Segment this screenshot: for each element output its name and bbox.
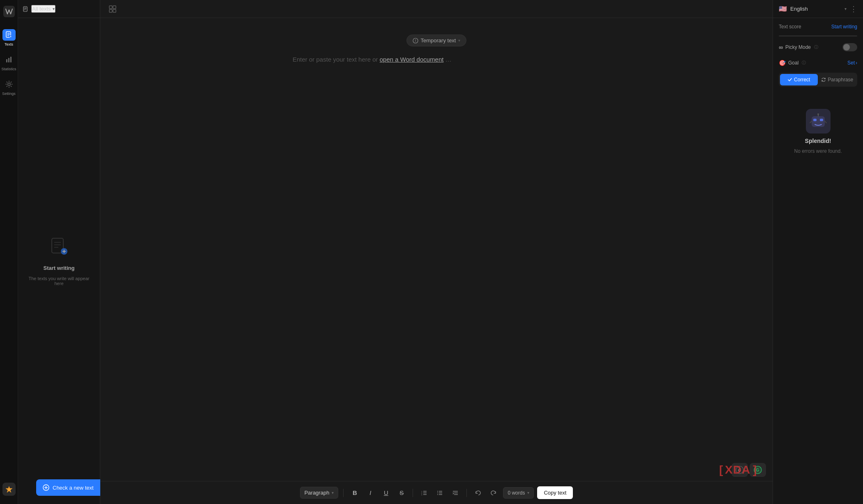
strikethrough-button[interactable]: S [395, 487, 408, 499]
mode-tabs: Correct Paraphrase [779, 73, 857, 87]
empty-title: Start writing [44, 265, 75, 271]
svg-rect-58 [820, 119, 823, 121]
right-panel-body: Text score Start writing ∞ Picky Mode ⓘ … [773, 18, 863, 92]
goal-label-group: 🎯 Goal ⓘ [779, 60, 806, 66]
editor-content[interactable]: Enter or paste your text here or open a … [293, 55, 580, 219]
sidebar-item-settings[interactable]: Settings [0, 75, 18, 99]
format-select[interactable]: Paragraph ▾ [300, 487, 339, 499]
redo-button[interactable] [487, 487, 500, 499]
bold-button[interactable]: B [348, 487, 361, 499]
picky-mode-label: Picky Mode [785, 44, 811, 50]
svg-rect-8 [6, 59, 7, 62]
svg-rect-0 [3, 6, 15, 17]
more-options-button[interactable]: ⋮ [850, 5, 857, 14]
editor-toolbar [100, 0, 773, 18]
goal-info-icon: ⓘ [802, 60, 806, 66]
empty-state-icon [49, 237, 69, 260]
svg-point-48 [437, 492, 438, 493]
sidebar-item-statistics[interactable]: Statistics [0, 50, 18, 75]
text-score-bar [779, 35, 857, 37]
toolbar-divider-2 [413, 489, 413, 497]
doc-title: Temporary text [421, 37, 456, 44]
toolbar-divider-3 [466, 489, 467, 497]
picky-icon: ∞ [779, 44, 783, 51]
svg-text:]: ] [753, 463, 756, 476]
language-flag: 🇺🇸 [779, 5, 787, 13]
svg-line-62 [825, 121, 826, 123]
main-editor-area: Temporary text ▾ Enter or paste your tex… [100, 0, 773, 504]
paraphrase-tab-label: Paraphrase [828, 77, 853, 83]
language-chevron[interactable]: ▾ [845, 7, 847, 11]
underline-button[interactable]: U [380, 487, 392, 499]
correct-tab-label: Correct [794, 77, 810, 83]
svg-point-33 [415, 41, 416, 42]
sidebar-item-statistics-label: Statistics [1, 67, 16, 71]
open-word-link[interactable]: open a Word document [380, 56, 444, 63]
svg-rect-29 [109, 9, 112, 12]
copy-text-button[interactable]: Copy text [537, 486, 573, 499]
word-count[interactable]: 0 words ▾ [503, 487, 534, 499]
picky-info-icon: ⓘ [814, 44, 818, 50]
goal-icon: 🎯 [779, 60, 786, 66]
svg-rect-9 [8, 58, 9, 62]
italic-button[interactable]: I [364, 487, 376, 499]
svg-point-60 [817, 113, 819, 115]
empty-subtitle: The texts you write will appear here [18, 276, 100, 286]
editor-placeholder: Enter or paste your text here or open a … [293, 56, 452, 63]
splendid-title: Splendid! [805, 138, 831, 144]
unordered-list-button[interactable] [434, 487, 446, 499]
doc-title-area: Temporary text ▾ [406, 35, 467, 46]
svg-text:XDA: XDA [725, 463, 750, 476]
picky-mode-row: ∞ Picky Mode ⓘ [779, 41, 857, 53]
svg-line-61 [810, 121, 812, 123]
svg-text:[: [ [719, 463, 723, 476]
view-toggle-button[interactable] [107, 3, 118, 15]
sidebar-item-settings-label: Settings [2, 92, 16, 96]
toggle-knob [843, 44, 850, 51]
paraphrase-tab[interactable]: Paraphrase [819, 74, 856, 85]
splendid-area: Splendid! No errors were found. [773, 92, 863, 170]
svg-rect-28 [113, 6, 116, 9]
app-logo [2, 4, 16, 19]
goal-row: 🎯 Goal ⓘ Set › [779, 58, 857, 68]
undo-button[interactable] [472, 487, 484, 499]
start-writing-link[interactable]: Start writing [831, 24, 857, 30]
text-score-label: Text score [779, 24, 801, 30]
splendid-subtitle: No errors were found. [794, 148, 842, 154]
editor-wrapper: Temporary text ▾ Enter or paste your tex… [100, 18, 773, 504]
svg-point-47 [437, 491, 438, 492]
doc-title-chevron: ▾ [458, 38, 460, 43]
svg-marker-12 [6, 486, 12, 492]
right-panel: 🇺🇸 English ▾ ⋮ Text score Start writing … [773, 0, 863, 504]
sidebar-item-texts-label: Texts [5, 42, 13, 46]
picky-label-group: ∞ Picky Mode ⓘ [779, 44, 818, 51]
texts-empty-state: Start writing The texts you write will a… [18, 18, 100, 504]
all-texts-button[interactable]: All texts ▾ [31, 5, 55, 13]
texts-header: All texts ▾ [18, 0, 100, 18]
doc-title-chip[interactable]: Temporary text ▾ [406, 35, 467, 46]
ordered-list-button[interactable]: 1. 2. 3. [418, 487, 430, 499]
splendid-robot-icon [806, 109, 831, 133]
right-panel-header: 🇺🇸 English ▾ ⋮ [773, 0, 863, 18]
sidebar-item-texts[interactable]: Texts [0, 25, 18, 50]
set-goal-link[interactable]: Set › [847, 60, 857, 66]
svg-point-11 [8, 83, 10, 85]
premium-button[interactable] [2, 483, 16, 496]
text-score-row: Text score Start writing [779, 24, 857, 30]
texts-panel: All texts ▾ Start writing The texts you … [18, 0, 100, 504]
xda-watermark: [ XDA ] [719, 460, 768, 479]
indent-button[interactable] [449, 487, 461, 499]
svg-point-49 [437, 494, 438, 495]
bottom-toolbar: Paragraph ▾ B I U S 1. 2. 3. [100, 481, 773, 504]
goal-label: Goal [788, 60, 798, 66]
svg-text:3.: 3. [421, 493, 422, 495]
picky-mode-toggle[interactable] [842, 43, 857, 51]
sidebar: Texts Statistics Settings [0, 0, 18, 504]
svg-rect-27 [109, 6, 112, 9]
svg-rect-30 [113, 9, 116, 12]
correct-tab[interactable]: Correct [780, 74, 818, 85]
language-name: English [790, 6, 841, 12]
svg-rect-10 [10, 57, 12, 62]
svg-rect-57 [813, 119, 817, 121]
toolbar-divider-1 [343, 489, 344, 497]
